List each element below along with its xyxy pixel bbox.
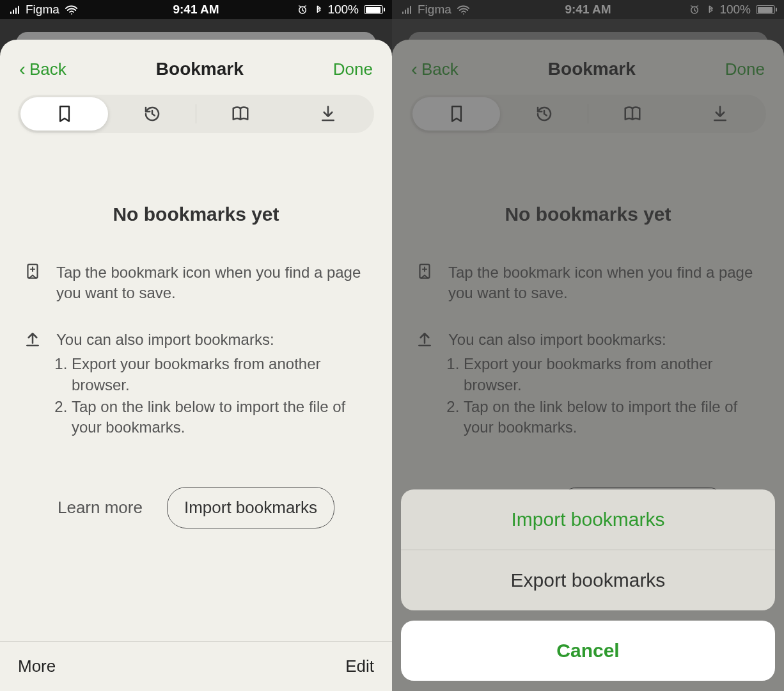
tab-downloads[interactable] <box>284 97 372 131</box>
bookmark-icon <box>447 104 466 123</box>
carrier-label: Figma <box>418 3 451 17</box>
alarm-icon <box>297 4 308 15</box>
download-icon <box>318 104 338 123</box>
device-right: Figma 9:41 AM 100% ‹ Back Bookmark Done <box>392 0 784 691</box>
battery-icon <box>364 5 383 14</box>
empty-state-title: No bookmarks yet <box>415 203 761 225</box>
tip-import: You can also import bookmarks: Export yo… <box>23 330 369 440</box>
import-step-2: Tap on the link below to import the file… <box>72 397 369 438</box>
back-button[interactable]: ‹ Back <box>411 60 459 79</box>
tab-history[interactable] <box>108 97 196 131</box>
tab-bookmarks[interactable] <box>20 97 108 131</box>
book-open-icon <box>231 104 250 123</box>
bluetooth-icon <box>705 4 714 15</box>
tip-import: You can also import bookmarks: Export yo… <box>415 330 761 440</box>
back-button[interactable]: ‹ Back <box>19 60 67 79</box>
action-cancel[interactable]: Cancel <box>401 621 775 681</box>
tab-reading-list[interactable] <box>588 97 676 131</box>
upload-icon <box>23 330 42 349</box>
history-icon <box>143 104 162 123</box>
wifi-icon <box>65 4 79 15</box>
battery-icon <box>756 5 775 14</box>
bookmark-sheet: ‹ Back Bookmark Done No bookmarks yet <box>0 40 392 691</box>
tab-history[interactable] <box>500 97 588 131</box>
upload-icon <box>415 330 434 349</box>
signal-icon <box>401 5 412 14</box>
nav-bar: ‹ Back Bookmark Done <box>0 40 392 86</box>
battery-pct: 100% <box>719 3 751 17</box>
bookmark-add-icon <box>415 262 434 282</box>
import-step-1: Export your bookmarks from another brows… <box>72 354 369 395</box>
signal-icon <box>9 5 20 14</box>
status-bar: Figma 9:41 AM 100% <box>392 0 784 19</box>
action-import-bookmarks[interactable]: Import bookmarks <box>401 489 775 550</box>
tip-save: Tap the bookmark icon when you find a pa… <box>415 262 761 304</box>
tab-bookmarks[interactable] <box>412 97 500 131</box>
wifi-icon <box>457 4 471 15</box>
learn-more-link[interactable]: Learn more <box>58 498 143 518</box>
action-export-bookmarks[interactable]: Export bookmarks <box>401 550 775 610</box>
back-label: Back <box>29 60 67 79</box>
status-bar: Figma 9:41 AM 100% <box>0 0 392 19</box>
carrier-label: Figma <box>26 3 59 17</box>
tab-reading-list[interactable] <box>196 97 284 131</box>
import-bookmarks-button[interactable]: Import bookmarks <box>167 487 334 528</box>
empty-state-title: No bookmarks yet <box>23 203 369 225</box>
segment-control <box>18 95 374 133</box>
tip-save: Tap the bookmark icon when you find a pa… <box>23 262 369 304</box>
tip-save-text: Tap the bookmark icon when you find a pa… <box>448 262 761 304</box>
download-icon <box>710 104 730 123</box>
tip-import-intro: You can also import bookmarks: <box>448 330 761 350</box>
action-sheet: Import bookmarks Export bookmarks Cancel <box>401 489 775 681</box>
import-step-2: Tap on the link below to import the file… <box>464 397 761 438</box>
alarm-icon <box>689 4 700 15</box>
done-button[interactable]: Done <box>725 60 765 79</box>
back-label: Back <box>421 60 459 79</box>
battery-pct: 100% <box>327 3 359 17</box>
tip-import-intro: You can also import bookmarks: <box>56 330 369 350</box>
page-title: Bookmark <box>156 59 244 79</box>
chevron-left-icon: ‹ <box>411 61 418 77</box>
page-title: Bookmark <box>548 59 636 79</box>
chevron-left-icon: ‹ <box>19 61 26 77</box>
book-open-icon <box>623 104 642 123</box>
device-left: Figma 9:41 AM 100% ‹ Back Bookmark Done <box>0 0 392 691</box>
bottom-toolbar: More Edit <box>0 641 392 691</box>
bookmark-add-icon <box>23 262 42 282</box>
bluetooth-icon <box>313 4 322 15</box>
nav-bar: ‹ Back Bookmark Done <box>392 40 784 86</box>
tab-downloads[interactable] <box>676 97 764 131</box>
tip-save-text: Tap the bookmark icon when you find a pa… <box>56 262 369 304</box>
history-icon <box>535 104 554 123</box>
segment-control <box>410 95 766 133</box>
edit-button[interactable]: Edit <box>345 656 374 676</box>
import-step-1: Export your bookmarks from another brows… <box>464 354 761 395</box>
bookmark-icon <box>55 104 74 123</box>
more-button[interactable]: More <box>18 656 56 676</box>
done-button[interactable]: Done <box>333 60 373 79</box>
